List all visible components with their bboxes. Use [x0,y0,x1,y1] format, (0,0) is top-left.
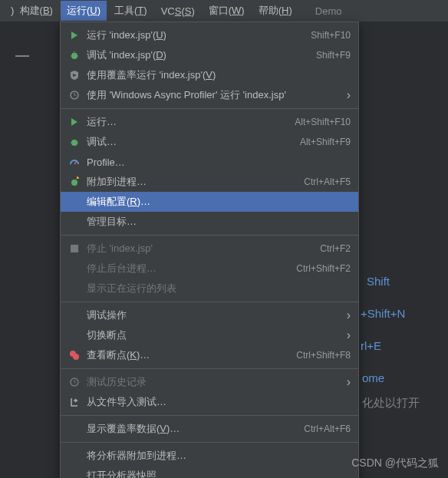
blank-icon [67,216,82,228]
blank-icon [67,196,82,208]
menu-help[interactable]: 帮助(H) [252,1,298,21]
play-icon [67,29,82,41]
separator [61,368,358,369]
menu-view-breakpoints[interactable]: 查看断点(K)… Ctrl+Shift+F8 [61,345,358,365]
menu-toggle-breakpoint[interactable]: 切换断点 [61,325,358,345]
menu-edit-configurations[interactable]: 编辑配置(R)… [61,192,358,212]
menu-import-tests[interactable]: 从文件导入测试… [61,392,358,412]
menu-run-profiler[interactable]: 使用 'Windows Async Profiler' 运行 'index.js… [61,85,358,105]
menu-run-indexjsp[interactable]: 运行 'index.jsp'(U) Shift+F10 [61,25,358,45]
menu-profile[interactable]: Profile… [61,152,358,172]
separator [61,235,358,236]
menu-debug-indexjsp[interactable]: 调试 'index.jsp'(D) Shift+F9 [61,45,358,65]
blank-icon [67,470,82,478]
separator [61,108,358,109]
blank-icon [67,309,82,321]
blank-icon [67,262,82,275]
history-icon [67,376,82,388]
menu-run[interactable]: 运行(U) [61,1,107,21]
svg-point-11 [71,180,77,186]
menu-tools[interactable]: 工具(T) [108,1,153,21]
bug-icon [67,49,82,61]
menu-test-history: 测试历史记录 [61,372,358,392]
svg-line-5 [76,53,77,54]
menu-vcs[interactable]: VCS(S) [155,2,201,20]
separator [61,442,358,443]
svg-point-0 [71,53,77,59]
breakpoints-icon [67,349,82,361]
menu-stop-background: 停止后台进程… Ctrl+Shift+F2 [61,259,358,279]
svg-point-14 [73,354,79,360]
watermark: CSDN @代码之狐 [351,457,439,470]
menu-manage-targets[interactable]: 管理目标… [61,212,358,232]
import-icon [67,396,82,408]
menu-show-coverage-data[interactable]: 显示覆盖率数据(V)… Ctrl+Alt+F6 [61,419,358,439]
blank-icon [67,423,82,435]
menu-attach-profiler[interactable]: 将分析器附加到进程… [61,446,358,466]
menu-run-generic[interactable]: 运行… Alt+Shift+F10 [61,112,358,132]
shield-play-icon [67,69,82,81]
svg-line-10 [74,161,77,164]
svg-line-4 [72,53,73,54]
menu-open-snapshot[interactable]: 打开分析器快照 [61,466,358,478]
menu-build[interactable]: ) 构建(B) [5,1,59,21]
menu-show-running: 显示正在运行的列表 [61,279,358,298]
bug-icon [67,136,82,148]
menu-debug-actions[interactable]: 调试操作 [61,305,358,325]
bg-hint-shiftn: +Shift+N [361,307,405,320]
play-icon [67,116,82,128]
blank-icon [67,450,82,462]
bg-hint-ome: ome [362,371,384,384]
svg-point-7 [71,140,77,146]
run-menu-dropdown: 运行 'index.jsp'(U) Shift+F10 调试 'index.js… [60,21,359,478]
menu-attach-process[interactable]: 附加到进程… Ctrl+Alt+F5 [61,172,358,192]
svg-rect-12 [71,245,78,252]
separator [61,415,358,416]
bg-hint-ctrle: rl+E [361,339,381,352]
clock-play-icon [67,89,82,101]
bg-hint-open: 化处以打开 [362,396,420,410]
sidebar-collapse-icon[interactable]: — [15,48,29,64]
menu-run-coverage[interactable]: 使用覆盖率运行 'index.jsp'(V) [61,65,358,85]
menu-stop: 停止 'index.jsp' Ctrl+F2 [61,239,358,259]
separator [61,302,358,302]
top-menubar: ) 构建(B) 运行(U) 工具(T) VCS(S) 窗口(W) 帮助(H) D… [0,0,448,21]
blank-icon [67,282,82,295]
gauge-icon [67,156,82,168]
stop-icon [67,242,82,255]
app-title: Demo [309,2,348,20]
bg-hint-shift: Shift [367,275,390,288]
menu-window[interactable]: 窗口(W) [203,1,251,21]
attach-bug-icon [67,176,82,188]
blank-icon [67,329,82,341]
menu-debug-generic[interactable]: 调试… Alt+Shift+F9 [61,132,358,152]
